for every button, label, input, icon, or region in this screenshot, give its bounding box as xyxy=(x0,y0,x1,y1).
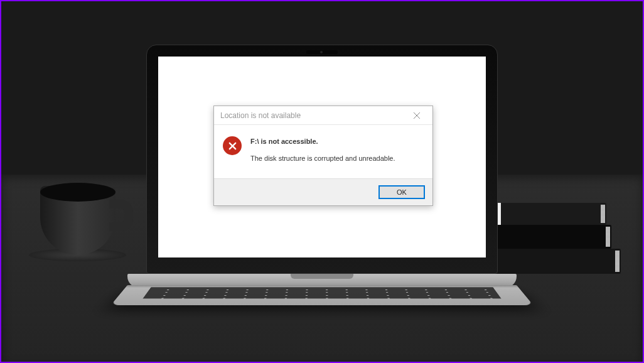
laptop: Location is not available xyxy=(127,45,517,327)
laptop-display: Location is not available xyxy=(158,57,486,257)
dialog-messages: F:\ is not accessible. The disk structur… xyxy=(250,136,395,163)
error-message-primary: F:\ is not accessible. xyxy=(250,136,395,147)
coffee-mug xyxy=(40,173,128,261)
dialog-body: F:\ is not accessible. The disk structur… xyxy=(214,125,432,178)
laptop-keyboard xyxy=(110,285,533,305)
webcam xyxy=(306,50,338,54)
dialog-title: Location is not available xyxy=(220,111,301,120)
close-icon xyxy=(414,112,420,119)
dialog-titlebar[interactable]: Location is not available xyxy=(214,106,432,125)
laptop-bezel: Location is not available xyxy=(146,45,498,274)
dialog-footer: OK xyxy=(214,178,432,205)
error-dialog: Location is not available xyxy=(213,106,433,206)
scene-photo: Location is not available xyxy=(1,1,643,362)
error-icon xyxy=(223,136,242,155)
error-message-secondary: The disk structure is corrupted and unre… xyxy=(250,153,395,164)
ok-button[interactable]: OK xyxy=(378,185,425,199)
close-button[interactable] xyxy=(404,107,429,124)
